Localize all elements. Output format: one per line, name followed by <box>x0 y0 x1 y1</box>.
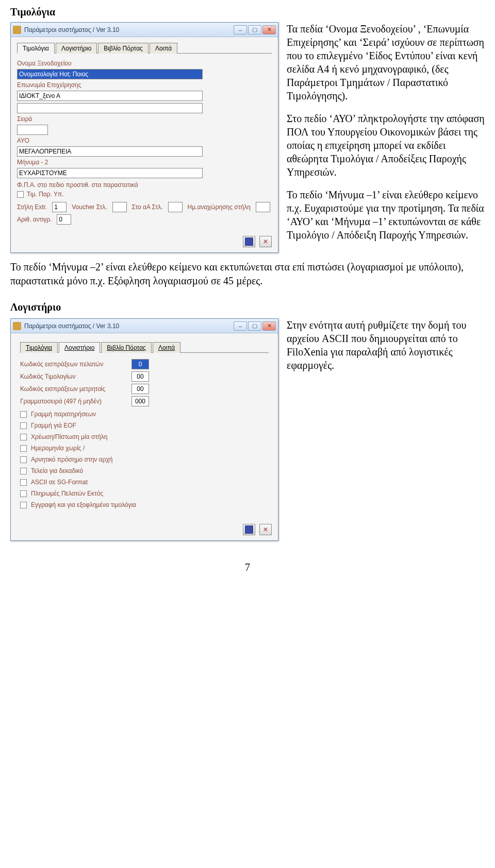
input-col2[interactable] <box>112 202 127 212</box>
toolbar-row-2 <box>11 522 278 540</box>
checkbox-label-remarks: Γραµµή παρατηρήσεων <box>31 411 96 418</box>
checkbox-paid-invoices[interactable] <box>20 502 27 508</box>
explanatory-text-1: Τα πεδία ‘Ονοµα Ξενοδοχείου’ , ‘Επωνυµία… <box>287 22 485 251</box>
checkbox-sg-format[interactable] <box>20 479 27 486</box>
window-2: Παράµετροι συστήµατος / Ver 3.10 – ▢ ✕ Τ… <box>10 318 278 541</box>
input-ayo[interactable] <box>17 146 203 157</box>
label-col2: Voucher Στλ. <box>72 203 107 211</box>
input-code-cash[interactable] <box>131 384 149 394</box>
page-number: 7 <box>10 561 485 573</box>
maximize-button[interactable]: ▢ <box>248 321 261 331</box>
input-col1[interactable] <box>52 202 67 212</box>
tab-accounting[interactable]: Λογιστήριο <box>59 342 100 353</box>
window-2-title: Παράµετροι συστήµατος / Ver 3.10 <box>24 322 230 330</box>
checkbox-neg-prefix[interactable] <box>20 456 27 463</box>
checkbox-label-dot-decimal: Τελεία για δεκαδικό <box>31 467 83 474</box>
screenshot-2-container: Παράµετροι συστήµατος / Ver 3.10 – ▢ ✕ Τ… <box>10 318 278 541</box>
toolbar-row-1 <box>11 234 278 252</box>
app-icon <box>13 322 21 330</box>
checkbox-dot-decimal[interactable] <box>20 468 27 474</box>
checkbox-label-tim-par-yp: Τιµ. Παρ. Υπ. <box>27 191 64 198</box>
close-button[interactable]: ✕ <box>262 321 276 331</box>
input-code-invoices[interactable] <box>131 371 149 382</box>
checkbox-label-neg-prefix: Αρνητικό πρόσηµο στην αρχή <box>31 456 112 463</box>
checkbox-tim-par-yp[interactable] <box>17 191 24 198</box>
checkbox-remarks-line[interactable] <box>20 411 27 418</box>
checkbox-date-noslash[interactable] <box>20 445 27 452</box>
label-code-customer: Κωδικός εισπράξεων πελατών <box>20 361 128 368</box>
minimize-button[interactable]: – <box>234 321 247 331</box>
tabstrip-2: Τιµολόγια Λογιστήριο Βιβλίο Πόρτας Λοιπά <box>20 342 269 353</box>
tabstrip-1: Τιµολόγια Λογιστήριο Βιβλίο Πόρτας Λοιπά <box>17 42 272 54</box>
maximize-button[interactable]: ▢ <box>248 25 261 35</box>
label-msg2: Μήνυµα - 2 <box>17 159 48 166</box>
window-1-title: Παράµετροι συστήµατος / Ver 3.10 <box>24 26 230 33</box>
input-business-name-2[interactable] <box>17 103 203 113</box>
label-col1: Στήλη Extr. <box>17 203 47 211</box>
checkbox-payments-ext[interactable] <box>20 490 27 497</box>
window-2-titlebar: Παράµετροι συστήµατος / Ver 3.10 – ▢ ✕ <box>11 319 278 333</box>
field-hotel-name: Ονοµα Ξενοδοχείου <box>17 60 272 67</box>
explanatory-text-2: Στην ενότητα αυτή ρυθµίζετε την δοµή του… <box>287 318 485 381</box>
window-2-body: Τιµολόγια Λογιστήριο Βιβλίο Πόρτας Λοιπά… <box>11 333 278 522</box>
checkbox-one-column[interactable] <box>20 434 27 440</box>
screenshot-1-container: Παράµετροι συστήµατος / Ver 3.10 – ▢ ✕ Τ… <box>10 22 278 253</box>
label-copies: Αριθ. αντιγρ. <box>17 216 52 223</box>
label-hotel-name: Ονοµα Ξενοδοχείου <box>17 60 72 67</box>
label-col4: Ηµ.αναχώρησης στήλη <box>188 203 251 211</box>
tab-doorbook[interactable]: Βιβλίο Πόρτας <box>98 43 148 54</box>
input-font[interactable] <box>131 396 149 406</box>
input-copies[interactable] <box>57 214 71 225</box>
label-ayo: ΑΥΟ <box>17 137 29 144</box>
para-msg2: Το πεδίο ‘Μήνυµα –2’ είναι ελεύθερο κείµ… <box>10 260 485 288</box>
input-thanks[interactable] <box>17 168 203 178</box>
tab-other[interactable]: Λοιπά <box>153 342 180 353</box>
checkbox-label-one-column: Χρέωση/Πίστωση µία στήλη <box>31 433 107 440</box>
tab-accounting[interactable]: Λογιστήριο <box>56 43 97 54</box>
checkbox-eof-line[interactable] <box>20 422 27 429</box>
input-series[interactable] <box>17 125 48 135</box>
label-code-cash: Κωδικός εισπράξεων µετρητοίς <box>20 385 128 393</box>
input-col3[interactable] <box>168 202 183 212</box>
window-buttons: – ▢ ✕ <box>234 25 276 35</box>
checkbox-label-date-noslash: Ηµεροµηνία χωρίς / <box>31 445 85 452</box>
close-button[interactable]: ✕ <box>262 25 276 35</box>
section-heading-accounting: Λογιστήριο <box>10 301 485 313</box>
save-button[interactable] <box>243 236 255 247</box>
para-ascii: Στην ενότητα αυτή ρυθµίζετε την δοµή του… <box>287 318 485 372</box>
tab-other[interactable]: Λοιπά <box>150 43 177 54</box>
cancel-button[interactable] <box>259 524 272 535</box>
tab-invoices[interactable]: Τιµολόγια <box>20 342 58 353</box>
label-font: Γραµµατοσειρά (497 ή µηδέν) <box>20 398 128 405</box>
label-code-invoices: Κωδικός Τιµολογίων <box>20 373 128 380</box>
input-hotel-name[interactable] <box>17 69 203 79</box>
label-vat-line: Φ.Π.Α. στο πεδιο προστιθ. στα παραστατικ… <box>17 181 138 189</box>
para-ayo: Στο πεδίο ‘ΑΥΟ’ πληκτρολογήστε την απόφα… <box>287 112 485 179</box>
input-col4[interactable] <box>256 202 270 212</box>
app-icon <box>13 26 21 34</box>
tab-doorbook[interactable]: Βιβλίο Πόρτας <box>101 342 152 353</box>
para-msg1: Το πεδίο ‘Μήνυµα –1’ είναι ελεύθερο κείµ… <box>287 188 485 242</box>
window-1-body: Τιµολόγια Λογιστήριο Βιβλίο Πόρτας Λοιπά… <box>11 37 278 234</box>
tab-invoices[interactable]: Τιµολόγια <box>17 43 55 54</box>
checkbox-label-payments-ext: Πληρωµές Πελατών Εκτός <box>31 490 103 497</box>
row-invoices: Παράµετροι συστήµατος / Ver 3.10 – ▢ ✕ Τ… <box>10 22 485 253</box>
checkbox-label-paid-invoices: Εγγραφή και για εξοφληµένα τιµολόγια <box>31 501 136 508</box>
cancel-button[interactable] <box>259 236 272 247</box>
window-buttons: – ▢ ✕ <box>234 321 276 331</box>
label-col3: Στο αΑ Στλ. <box>132 203 163 211</box>
window-1-titlebar: Παράµετροι συστήµατος / Ver 3.10 – ▢ ✕ <box>11 23 278 37</box>
window-1: Παράµετροι συστήµατος / Ver 3.10 – ▢ ✕ Τ… <box>10 22 278 253</box>
input-business-name[interactable] <box>17 91 203 101</box>
para-fields-hotel: Τα πεδία ‘Ονοµα Ξενοδοχείου’ , ‘Επωνυµία… <box>287 22 485 103</box>
label-series: Σειρά <box>17 115 32 123</box>
minimize-button[interactable]: – <box>234 25 247 35</box>
checkbox-label-sg-format: ASCII σε SG-Format <box>31 479 88 486</box>
save-button[interactable] <box>243 524 255 535</box>
checkbox-label-eof: Γραµµή γιά EOF <box>31 422 76 429</box>
input-code-customer[interactable] <box>131 359 149 369</box>
label-business-name: Επωνυµία Επιχείρησης <box>17 81 81 89</box>
section-heading-invoices: Τιµολόγια <box>10 6 485 18</box>
row-accounting: Παράµετροι συστήµατος / Ver 3.10 – ▢ ✕ Τ… <box>10 318 485 541</box>
